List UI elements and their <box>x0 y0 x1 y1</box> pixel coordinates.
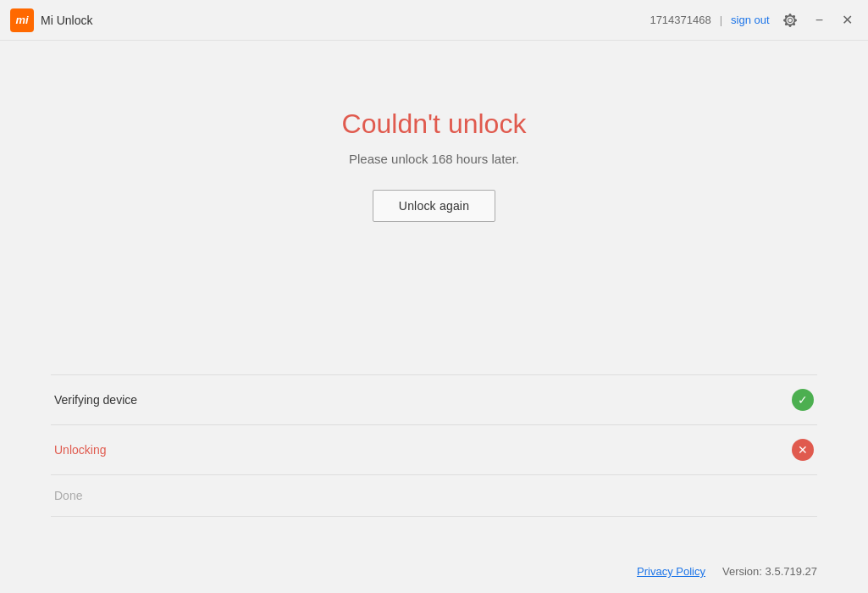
close-icon: ✕ <box>842 12 853 28</box>
title-bar-left: mi Mi Unlock <box>10 8 92 32</box>
sign-out-link[interactable]: sign out <box>731 14 770 26</box>
close-button[interactable]: ✕ <box>837 8 858 31</box>
unlock-again-button[interactable]: Unlock again <box>373 190 495 222</box>
step-row-unlocking: Unlocking ✕ <box>51 424 817 474</box>
step-label-unlocking: Unlocking <box>54 443 106 457</box>
divider: | <box>720 14 722 26</box>
minimize-icon: − <box>815 13 823 28</box>
x-icon: ✕ <box>798 443 808 457</box>
step-row-verifying: Verifying device ✓ <box>51 374 817 424</box>
title-bar: mi Mi Unlock 1714371468 | sign out − ✕ <box>0 0 868 41</box>
version-text: Version: 3.5.719.27 <box>722 565 817 578</box>
privacy-policy-link[interactable]: Privacy Policy <box>637 565 705 578</box>
step-label-verifying: Verifying device <box>54 393 137 407</box>
footer: Privacy Policy Version: 3.5.719.27 <box>0 565 868 578</box>
gear-icon <box>783 14 797 27</box>
error-title: Couldn't unlock <box>342 108 527 140</box>
main-content: Couldn't unlock Please unlock 168 hours … <box>0 41 868 222</box>
user-id: 1714371468 <box>650 14 710 26</box>
step-icon-error-unlocking: ✕ <box>792 439 814 461</box>
app-title: Mi Unlock <box>41 14 92 27</box>
mi-logo-text: mi <box>15 14 28 26</box>
minimize-button[interactable]: − <box>810 9 828 31</box>
checkmark-icon: ✓ <box>798 393 808 407</box>
mi-logo: mi <box>10 8 34 32</box>
error-subtitle: Please unlock 168 hours later. <box>349 152 519 166</box>
title-bar-right: 1714371468 | sign out − ✕ <box>650 8 858 31</box>
settings-button[interactable] <box>778 10 802 30</box>
step-icon-success-verifying: ✓ <box>792 389 814 411</box>
step-row-done: Done <box>51 474 817 517</box>
step-label-done: Done <box>54 489 82 502</box>
steps-section: Verifying device ✓ Unlocking ✕ Done <box>51 374 817 517</box>
